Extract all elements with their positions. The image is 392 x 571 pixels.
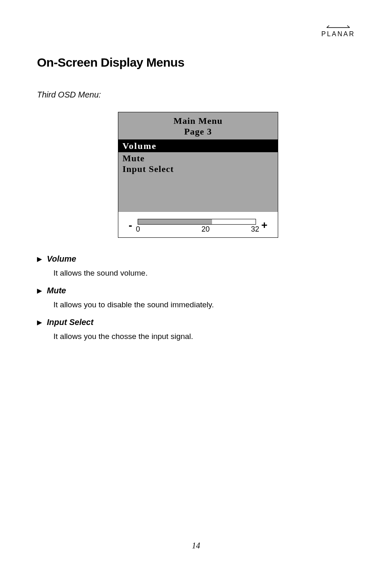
plus-icon: + xyxy=(259,219,270,232)
osd-header-page: Page 3 xyxy=(118,126,278,137)
slider-min-label: 0 xyxy=(136,225,140,234)
brand-logo: PLANAR xyxy=(321,25,355,38)
osd-header-title: Main Menu xyxy=(118,116,278,126)
section-subheading: Third OSD Menu: xyxy=(37,90,359,100)
page-title: On-Screen Display Menus xyxy=(37,56,359,70)
bullet-triangle-icon: ▶ xyxy=(37,287,42,295)
definition-title: Mute xyxy=(47,286,66,295)
osd-menu-box: Main Menu Page 3 Volume Mute Input Selec… xyxy=(118,112,278,238)
definition-heading: ▶ Input Select xyxy=(37,318,359,327)
definitions-list: ▶ Volume It allows the sound volume. ▶ M… xyxy=(37,254,359,341)
definition-description: It allows you to disable the sound immed… xyxy=(53,300,359,309)
osd-slider-area: - 0 20 32 + xyxy=(118,212,278,237)
logo-arrow-icon xyxy=(321,25,355,30)
definition-description: It allows the sound volume. xyxy=(53,269,359,278)
slider-fill xyxy=(138,219,212,224)
bullet-triangle-icon: ▶ xyxy=(37,255,42,263)
definition-title: Input Select xyxy=(47,318,93,327)
logo-text: PLANAR xyxy=(321,30,355,38)
definition-item: ▶ Mute It allows you to disable the soun… xyxy=(37,286,359,309)
definition-description: It allows you the chosse the input signa… xyxy=(53,332,359,341)
definition-title: Volume xyxy=(47,254,76,264)
definition-item: ▶ Volume It allows the sound volume. xyxy=(37,254,359,278)
page-number: 14 xyxy=(0,541,392,550)
osd-item: Input Select xyxy=(122,164,274,174)
osd-header: Main Menu Page 3 xyxy=(118,112,278,140)
slider-max-label: 32 xyxy=(251,225,259,234)
osd-items-area: Mute Input Select xyxy=(118,152,278,212)
slider-track-container: 0 20 32 xyxy=(138,217,256,233)
bullet-triangle-icon: ▶ xyxy=(37,318,42,326)
definition-heading: ▶ Mute xyxy=(37,286,359,295)
minus-icon: - xyxy=(127,219,134,232)
slider-current-label: 20 xyxy=(201,225,210,234)
definition-heading: ▶ Volume xyxy=(37,254,359,264)
osd-selected-item: Volume xyxy=(118,140,278,152)
definition-item: ▶ Input Select It allows you the chosse … xyxy=(37,318,359,341)
osd-item: Mute xyxy=(122,153,274,164)
